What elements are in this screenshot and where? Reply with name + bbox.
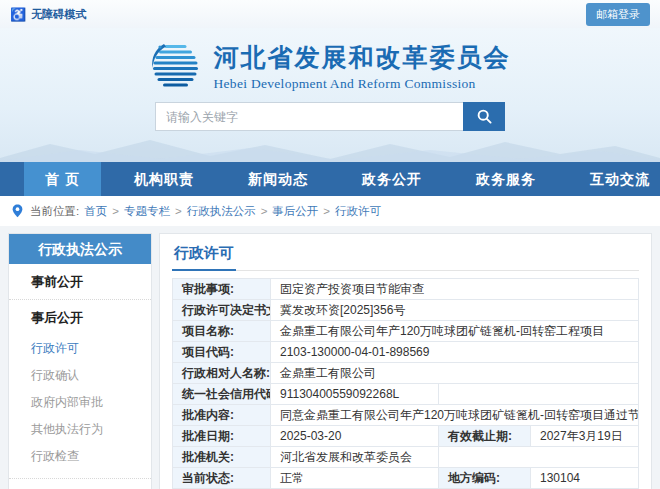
main-panel: 行政许可 审批事项: 固定资产投资项目节能审查 行政许可决定书文号: 冀发改环资… <box>159 233 652 489</box>
search-button[interactable] <box>463 102 505 131</box>
sidebar-item-pre-disclosure[interactable]: 事前公开 <box>9 264 151 300</box>
field-value: 金鼎重工有限公司 <box>271 363 639 384</box>
field-label: 项目名称: <box>173 321 271 342</box>
field-label: 行政相对人名称: <box>173 363 271 384</box>
site-title-zh: 河北省发展和改革委员会 <box>214 41 511 74</box>
field-value: 91130400559092268L <box>271 384 439 405</box>
wheelchair-icon: ♿ <box>10 8 26 21</box>
site-brand: 河北省发展和改革委员会 Hebei Development And Reform… <box>0 28 660 92</box>
field-label: 当前状态: <box>173 468 271 489</box>
location-pin-icon <box>12 204 23 218</box>
commission-logo-globe-icon <box>150 40 202 92</box>
page: ♿ 无障碍模式 邮箱登录 <box>0 0 660 489</box>
table-row: 批准机关: 河北省发展和改革委员会 <box>173 447 639 468</box>
license-detail-table: 审批事项: 固定资产投资项目节能审查 行政许可决定书文号: 冀发改环资[2025… <box>172 278 639 489</box>
main-nav: 首 页 机构职责 新闻动态 政务公开 政务服务 互动交流 <box>0 162 660 196</box>
field-value: 冀发改环资[2025]356号 <box>271 300 639 321</box>
table-row: 行政许可决定书文号: 冀发改环资[2025]356号 <box>173 300 639 321</box>
page-title: 行政许可 <box>172 243 236 271</box>
sidebar-item-post-disclosure[interactable]: 事后公开 <box>9 300 151 335</box>
breadcrumb-item-enforcement-publicity[interactable]: 行政执法公示 <box>187 204 256 219</box>
nav-item-home[interactable]: 首 页 <box>24 162 101 196</box>
search-icon <box>476 108 493 125</box>
breadcrumb-item-administrative-license[interactable]: 行政许可 <box>335 204 381 219</box>
field-label: 行政许可决定书文号: <box>173 300 271 321</box>
email-login-button[interactable]: 邮箱登录 <box>586 3 650 26</box>
field-value: 2103-130000-04-01-898569 <box>271 342 639 363</box>
nav-item-interaction[interactable]: 互动交流 <box>569 162 660 196</box>
field-value: 2025-03-20 <box>271 426 439 447</box>
site-title-block: 河北省发展和改革委员会 Hebei Development And Reform… <box>214 41 511 92</box>
field-value: 同意金鼎重工有限公司年产120万吨球团矿链篦机-回转窑项目通过节能审查。 <box>271 405 639 426</box>
table-row: 批准日期: 2025-03-20 有效截止期: 2027年3月19日 <box>173 426 639 447</box>
field-label: 批准日期: <box>173 426 271 447</box>
table-row: 项目代码: 2103-130000-04-01-898569 <box>173 342 639 363</box>
field-value: 2027年3月19日 <box>531 426 639 447</box>
field-label: 批准机关: <box>173 447 271 468</box>
content-area: 行政执法公示 事前公开 事后公开 行政许可 行政确认 政府内部审批 其他执法行为… <box>0 226 660 489</box>
sidebar-item-administrative-inspection[interactable]: 行政检查 <box>9 443 151 470</box>
sidebar: 行政执法公示 事前公开 事后公开 行政许可 行政确认 政府内部审批 其他执法行为… <box>8 233 152 489</box>
search-bar <box>155 102 505 131</box>
nav-item-news[interactable]: 新闻动态 <box>227 162 329 196</box>
sidebar-item-other-enforcement[interactable]: 其他执法行为 <box>9 416 151 443</box>
sidebar-item-administrative-license[interactable]: 行政许可 <box>9 335 151 362</box>
nav-item-gov-info[interactable]: 政务公开 <box>341 162 443 196</box>
breadcrumb-prefix: 当前位置: <box>30 204 79 219</box>
sidebar-title: 行政执法公示 <box>9 234 151 264</box>
breadcrumb-item-home[interactable]: 首页 <box>84 204 107 219</box>
table-row: 批准内容: 同意金鼎重工有限公司年产120万吨球团矿链篦机-回转窑项目通过节能审… <box>173 405 639 426</box>
field-label: 批准内容: <box>173 405 271 426</box>
field-value: 130104 <box>531 468 639 489</box>
field-value: 正常 <box>271 468 439 489</box>
site-title-en: Hebei Development And Reform Commission <box>214 76 511 92</box>
field-value: 金鼎重工有限公司年产120万吨球团矿链篦机-回转窑工程项目 <box>271 321 639 342</box>
field-value-empty <box>439 447 639 468</box>
table-row: 当前状态: 正常 地方编码: 130104 <box>173 468 639 489</box>
field-value: 固定资产投资项目节能审查 <box>271 279 639 300</box>
sidebar-item-administrative-confirmation[interactable]: 行政确认 <box>9 362 151 389</box>
breadcrumb-item-post-disclosure[interactable]: 事后公开 <box>272 204 318 219</box>
nav-item-gov-services[interactable]: 政务服务 <box>455 162 557 196</box>
accessibility-mode-label: 无障碍模式 <box>31 7 86 22</box>
top-utility-bar: ♿ 无障碍模式 邮箱登录 <box>0 0 660 28</box>
table-row: 统一社会信用代码: 91130400559092268L <box>173 384 639 405</box>
site-masthead: 河北省发展和改革委员会 Hebei Development And Reform… <box>0 28 660 162</box>
table-row: 审批事项: 固定资产投资项目节能审查 <box>173 279 639 300</box>
table-row: 项目名称: 金鼎重工有限公司年产120万吨球团矿链篦机-回转窑工程项目 <box>173 321 639 342</box>
field-label: 有效截止期: <box>439 426 531 447</box>
field-value: 河北省发展和改革委员会 <box>271 447 439 468</box>
nav-item-duties[interactable]: 机构职责 <box>113 162 215 196</box>
field-value-empty <box>439 384 639 405</box>
sidebar-item-internal-approval[interactable]: 政府内部审批 <box>9 389 151 416</box>
sidebar-post-disclosure-items: 行政许可 行政确认 政府内部审批 其他执法行为 行政检查 <box>9 335 151 479</box>
table-row: 行政相对人名称: 金鼎重工有限公司 <box>173 363 639 384</box>
field-label: 地方编码: <box>439 468 531 489</box>
field-label: 项目代码: <box>173 342 271 363</box>
breadcrumb: 当前位置: 首页 > 专题专栏 > 行政执法公示 > 事后公开 > 行政许可 <box>0 196 660 226</box>
breadcrumb-item-special-topics[interactable]: 专题专栏 <box>124 204 170 219</box>
accessibility-mode-toggle[interactable]: ♿ 无障碍模式 <box>10 7 86 22</box>
title-divider <box>172 270 639 271</box>
field-label: 统一社会信用代码: <box>173 384 271 405</box>
field-label: 审批事项: <box>173 279 271 300</box>
search-input[interactable] <box>155 102 463 131</box>
mountain-watermark <box>0 132 660 162</box>
